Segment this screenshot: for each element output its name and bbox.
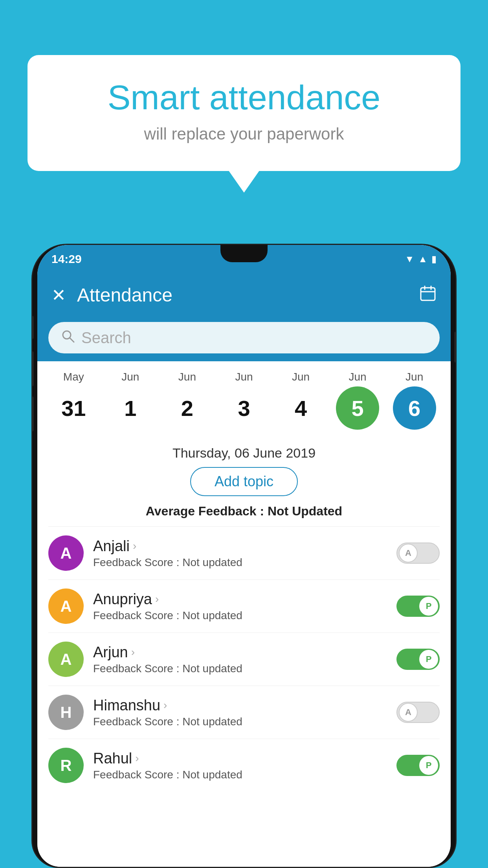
date-month-label: Jun — [405, 371, 423, 383]
date-month-label: Jun — [178, 371, 196, 383]
avatar: A — [48, 642, 84, 677]
bubble-title: Smart attendance — [55, 79, 433, 117]
date-month-label: Jun — [121, 371, 139, 383]
toggle-circle: P — [419, 756, 438, 775]
power-button — [31, 316, 33, 339]
feedback-score: Feedback Score : Not updated — [93, 769, 387, 781]
avg-feedback-label: Average Feedback : — [146, 504, 264, 518]
student-name-text: Himanshu — [93, 697, 160, 714]
date-day-number[interactable]: 2 — [165, 386, 209, 430]
search-container: Search — [37, 316, 451, 361]
date-column[interactable]: Jun6 — [389, 371, 440, 430]
toggle-circle: P — [419, 650, 438, 669]
close-button[interactable]: ✕ — [51, 285, 66, 305]
date-month-label: Jun — [235, 371, 253, 383]
student-list: AAnjali›Feedback Score : Not updatedAAAn… — [48, 526, 440, 792]
app-bar: ✕ Attendance — [37, 273, 451, 316]
attendance-toggle[interactable]: P — [396, 596, 440, 617]
date-column[interactable]: Jun5 — [332, 371, 383, 430]
status-icons: ▼ ▲ ▮ — [405, 254, 437, 265]
svg-rect-0 — [421, 288, 435, 300]
avatar: A — [48, 535, 84, 571]
search-icon — [61, 329, 75, 347]
calendar-strip: May31Jun1Jun2Jun3Jun4Jun5Jun6 — [37, 361, 451, 436]
student-item[interactable]: RRahul›Feedback Score : Not updatedP — [48, 739, 440, 792]
avg-feedback-value: Not Updated — [268, 504, 342, 518]
speech-bubble: Smart attendance will replace your paper… — [28, 55, 460, 171]
wifi-icon: ▼ — [405, 254, 414, 265]
app-bar-title: Attendance — [77, 284, 408, 306]
date-day-number[interactable]: 1 — [109, 386, 152, 430]
student-info: Rahul›Feedback Score : Not updated — [93, 750, 387, 781]
selected-date: Thursday, 06 June 2019 — [48, 436, 440, 467]
bubble-subtitle: will replace your paperwork — [55, 125, 433, 143]
volume-up-button — [31, 351, 33, 386]
student-item[interactable]: AAnupriya›Feedback Score : Not updatedP — [48, 579, 440, 633]
student-name-text: Anupriya — [93, 591, 152, 608]
toggle-circle: A — [399, 703, 418, 722]
bottom-fade — [37, 835, 451, 867]
date-column[interactable]: Jun1 — [105, 371, 156, 430]
search-bar[interactable]: Search — [48, 322, 440, 353]
phone-screen: 14:29 ▼ ▲ ▮ ✕ Attendance — [37, 245, 451, 867]
student-info: Anjali›Feedback Score : Not updated — [93, 538, 387, 569]
attendance-toggle[interactable]: P — [396, 755, 440, 776]
student-name-text: Arjun — [93, 644, 128, 661]
student-item[interactable]: AAnjali›Feedback Score : Not updatedA — [48, 526, 440, 579]
phone-notch — [220, 245, 268, 262]
student-name: Anupriya› — [93, 591, 387, 608]
toggle-circle: A — [399, 544, 418, 563]
svg-line-5 — [70, 338, 74, 342]
feedback-score: Feedback Score : Not updated — [93, 662, 387, 675]
signal-icon: ▲ — [418, 254, 427, 265]
date-column[interactable]: Jun3 — [218, 371, 270, 430]
feedback-score: Feedback Score : Not updated — [93, 715, 387, 728]
student-info: Anupriya›Feedback Score : Not updated — [93, 591, 387, 622]
chevron-icon: › — [163, 699, 167, 712]
student-item[interactable]: HHimanshu›Feedback Score : Not updatedA — [48, 686, 440, 739]
date-column[interactable]: Jun4 — [275, 371, 327, 430]
volume-down-button — [31, 396, 33, 432]
average-feedback: Average Feedback : Not Updated — [48, 504, 440, 526]
attendance-toggle[interactable]: A — [396, 542, 440, 564]
date-month-label: May — [63, 371, 84, 383]
attendance-toggle[interactable]: P — [396, 649, 440, 670]
calendar-icon[interactable] — [419, 285, 437, 305]
toggle-circle: P — [419, 597, 438, 616]
feedback-score: Feedback Score : Not updated — [93, 556, 387, 569]
attendance-toggle[interactable]: A — [396, 702, 440, 723]
phone-frame: 14:29 ▼ ▲ ▮ ✕ Attendance — [31, 244, 457, 868]
battery-icon: ▮ — [431, 254, 437, 265]
student-name: Himanshu› — [93, 697, 387, 714]
chevron-icon: › — [155, 593, 159, 605]
date-column[interactable]: May31 — [48, 371, 99, 430]
avatar: R — [48, 748, 84, 783]
date-day-number[interactable]: 5 — [336, 386, 379, 430]
chevron-icon: › — [131, 646, 135, 658]
student-item[interactable]: AArjun›Feedback Score : Not updatedP — [48, 633, 440, 686]
feedback-score: Feedback Score : Not updated — [93, 609, 387, 622]
date-day-number[interactable]: 4 — [279, 386, 323, 430]
search-input[interactable]: Search — [81, 329, 131, 347]
student-info: Himanshu›Feedback Score : Not updated — [93, 697, 387, 728]
date-month-label: Jun — [349, 371, 367, 383]
date-day-number[interactable]: 3 — [222, 386, 266, 430]
content-area: Thursday, 06 June 2019 Add topic Average… — [37, 436, 451, 792]
student-name-text: Anjali — [93, 538, 130, 555]
date-column[interactable]: Jun2 — [161, 371, 213, 430]
status-time: 14:29 — [51, 252, 82, 266]
student-name: Rahul› — [93, 750, 387, 767]
chevron-icon: › — [135, 752, 139, 765]
avatar: A — [48, 588, 84, 624]
student-info: Arjun›Feedback Score : Not updated — [93, 644, 387, 675]
date-day-number[interactable]: 31 — [52, 386, 95, 430]
avatar: H — [48, 695, 84, 730]
student-name: Arjun› — [93, 644, 387, 661]
student-name: Anjali› — [93, 538, 387, 555]
date-month-label: Jun — [292, 371, 310, 383]
student-name-text: Rahul — [93, 750, 132, 767]
chevron-icon: › — [133, 540, 136, 552]
volume-button-right — [455, 331, 457, 363]
add-topic-button[interactable]: Add topic — [190, 467, 298, 496]
date-day-number[interactable]: 6 — [393, 386, 436, 430]
